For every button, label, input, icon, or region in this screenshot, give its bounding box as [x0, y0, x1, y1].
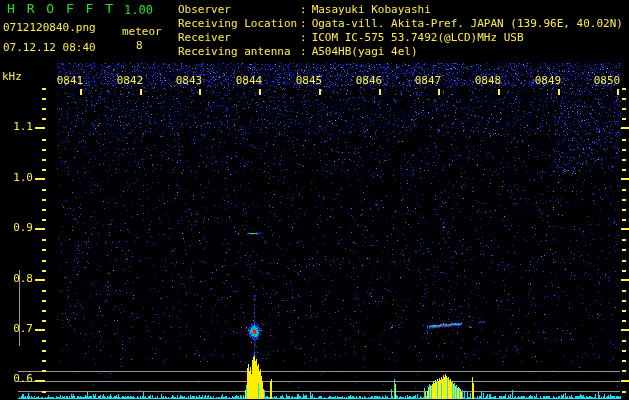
time-tick-label: 0848: [474, 75, 502, 87]
time-tick-label: 0849: [534, 75, 562, 87]
station-info-row: Receiver:ICOM IC-575 53.7492(@LCD)MHz US…: [178, 31, 623, 45]
freq-tick-label: 0.7: [3, 323, 33, 335]
freq-tick-label: 0.9: [3, 222, 33, 234]
station-info-row: Receiving antenna:A504HB(yagi 4el): [178, 45, 623, 59]
hrofft-spectrogram-screen: H R O F F T 1.00 0712120840.png meteor 0…: [0, 0, 629, 400]
info-label: Receiving Location: [178, 17, 300, 31]
info-separator: :: [300, 3, 307, 17]
info-value: Masayuki Kobayashi: [307, 3, 431, 17]
time-tick-label: 0850: [593, 75, 621, 87]
mode-label: meteor: [122, 26, 162, 38]
info-label: Observer: [178, 3, 300, 17]
app-version: 1.00: [124, 4, 153, 16]
time-tick-label: 0842: [116, 75, 144, 87]
station-info-row: Observer:Masayuki Kobayashi: [178, 3, 623, 17]
info-separator: :: [300, 45, 307, 59]
output-filename: 0712120840.png: [3, 22, 96, 34]
time-tick-label: 0847: [414, 75, 442, 87]
app-title: H R O F F T: [7, 3, 115, 15]
freq-tick-label: 1.0: [3, 172, 33, 184]
info-label: Receiving antenna: [178, 45, 300, 59]
station-info-row: Receiving Location:Ogata-vill. Akita-Pre…: [178, 17, 623, 31]
freq-tick-label: 0.8: [3, 273, 33, 285]
time-tick-label: 0843: [175, 75, 203, 87]
info-separator: :: [300, 31, 307, 45]
station-info-block: Observer:Masayuki KobayashiReceiving Loc…: [178, 3, 623, 59]
info-separator: :: [300, 17, 307, 31]
freq-tick-label: 1.1: [3, 121, 33, 133]
info-value: A504HB(yagi 4el): [307, 45, 418, 59]
time-tick-label: 0845: [295, 75, 323, 87]
info-label: Receiver: [178, 31, 300, 45]
time-tick-label: 0846: [355, 75, 383, 87]
time-tick-label: 0841: [56, 75, 84, 87]
info-value: Ogata-vill. Akita-Pref. JAPAN (139.96E, …: [307, 17, 623, 31]
freq-tick-label: 0.6: [3, 373, 33, 385]
echo-count: 8: [136, 40, 143, 52]
time-tick-label: 0844: [235, 75, 263, 87]
info-value: ICOM IC-575 53.7492(@LCD)MHz USB: [307, 31, 524, 45]
spectrogram-canvas: [0, 0, 629, 400]
observation-datetime: 07.12.12 08:40: [3, 42, 96, 54]
freq-axis-unit: kHz: [2, 71, 22, 83]
